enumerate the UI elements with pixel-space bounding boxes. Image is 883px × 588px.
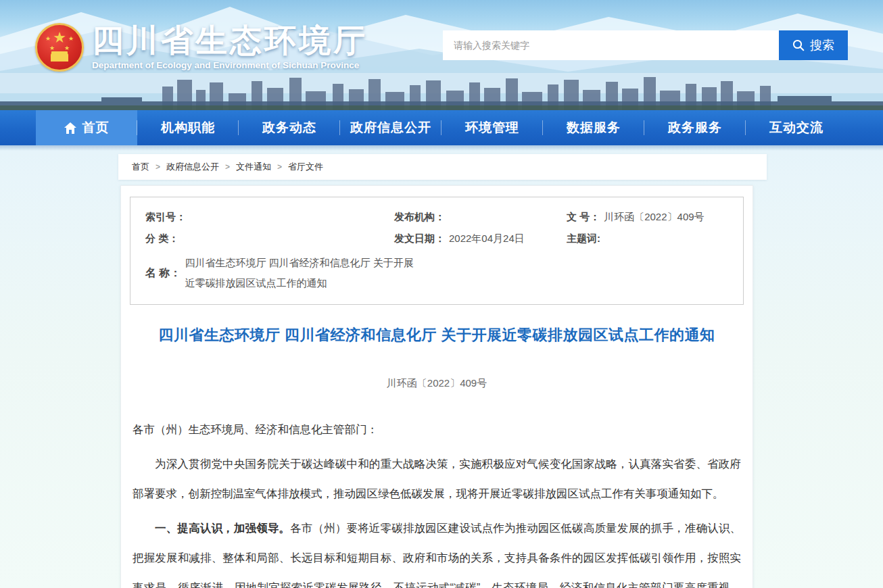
document-title: 四川省生态环境厅 四川省经济和信息化厅 关于开展近零碳排放园区试点工作的通知 xyxy=(130,325,744,346)
emblem-small-star-icon: ★ xyxy=(49,45,55,51)
document-body: 各市（州）生态环境局、经济和信息化主管部门： 为深入贯彻党中央国务院关于碳达峰碳… xyxy=(130,414,744,588)
meta-pub-date-value: 2022年04月24日 xyxy=(449,232,525,244)
breadcrumb-link-gov-info[interactable]: 政府信息公开 xyxy=(166,161,219,173)
nav-item-data-services[interactable]: 数据服务 xyxy=(543,110,644,145)
meta-doc-no: 文 号：川环函〔2022〕409号 xyxy=(567,207,743,227)
main-navigation: 首页 机构职能 政务动态 政府信息公开 环境管理 数据服务 政务服务 互动交流 xyxy=(0,110,883,145)
meta-category-label: 分 类： xyxy=(145,232,178,244)
document-panel: 索引号： 发布机构： 文 号：川环函〔2022〕409号 分 类： 发文日期：2… xyxy=(120,185,753,588)
nav-item-label: 数据服务 xyxy=(567,119,621,137)
meta-doc-no-value: 川环函〔2022〕409号 xyxy=(604,211,704,222)
meta-index: 索引号： xyxy=(145,207,394,227)
nav-item-org-functions[interactable]: 机构职能 xyxy=(137,110,239,145)
nav-item-gov-news[interactable]: 政务动态 xyxy=(239,110,340,145)
nav-item-env-management[interactable]: 环境管理 xyxy=(442,110,543,145)
body-paragraph-section1: 一、提高认识，加强领导。各市（州）要将近零碳排放园区建设试点作为推动园区低碳高质… xyxy=(133,513,741,588)
emblem-star-icon: ★ xyxy=(53,30,66,45)
emblem-small-star-icon: ★ xyxy=(45,36,51,42)
breadcrumb-link-dept-files[interactable]: 省厅文件 xyxy=(288,161,323,173)
meta-pub-date: 发文日期：2022年04月24日 xyxy=(394,228,567,249)
breadcrumb-bar: 首页 > 政府信息公开 > 文件通知 > 省厅文件 xyxy=(118,154,767,180)
document-meta-box: 索引号： 发布机构： 文 号：川环函〔2022〕409号 分 类： 发文日期：2… xyxy=(130,197,744,305)
emblem-small-star-icon: ★ xyxy=(68,36,74,42)
search-input[interactable] xyxy=(443,30,779,60)
meta-publisher-label: 发布机构： xyxy=(394,211,445,222)
search-icon xyxy=(792,39,805,51)
emblem-small-star-icon: ★ xyxy=(64,45,70,51)
nav-item-label: 互动交流 xyxy=(769,119,824,137)
meta-publisher: 发布机构： xyxy=(394,207,567,227)
search-bar: 搜索 xyxy=(443,30,848,60)
nav-item-home[interactable]: 首页 xyxy=(36,110,137,145)
breadcrumb-separator: > xyxy=(277,162,282,172)
meta-keywords: 主题词: xyxy=(567,228,743,249)
meta-name-label: 名 称： xyxy=(145,266,181,280)
body-paragraph-intro: 为深入贯彻党中央国务院关于碳达峰碳中和的重大战略决策，实施积极应对气候变化国家战… xyxy=(133,449,741,508)
meta-name: 名 称： 四川省生态环境厅 四川省经济和信息化厅 关于开展近零碳排放园区试点工作… xyxy=(145,253,743,293)
site-title-en: Department of Ecology and Environment of… xyxy=(92,60,368,70)
breadcrumb-link-notices[interactable]: 文件通知 xyxy=(236,161,271,173)
nav-item-interaction[interactable]: 互动交流 xyxy=(746,110,847,145)
nav-item-label: 政务动态 xyxy=(262,119,316,137)
nav-item-gov-services[interactable]: 政务服务 xyxy=(644,110,746,145)
meta-category: 分 类： xyxy=(145,228,394,249)
nav-item-label: 机构职能 xyxy=(161,119,215,137)
meta-pub-date-label: 发文日期： xyxy=(394,232,445,244)
nav-shadow xyxy=(0,145,883,151)
document-number: 川环函〔2022〕409号 xyxy=(130,377,744,390)
nav-item-label: 首页 xyxy=(82,119,110,137)
national-emblem-logo: ★ ★ ★ ★ ★ xyxy=(35,23,84,72)
nav-item-label: 政府信息公开 xyxy=(350,119,431,137)
meta-name-value: 四川省生态环境厅 四川省经济和信息化厅 关于开展近零碳排放园区试点工作的通知 xyxy=(185,253,423,293)
nav-item-label: 环境管理 xyxy=(465,119,519,137)
site-title-cn: 四川省生态环境厅 xyxy=(92,23,368,58)
emblem-gate-shape xyxy=(51,53,68,62)
section1-heading: 一、提高认识，加强领导。 xyxy=(155,522,290,534)
meta-index-label: 索引号： xyxy=(145,211,186,222)
site-banner: ★ ★ ★ ★ ★ 四川省生态环境厅 Department of Ecology… xyxy=(0,0,883,110)
breadcrumb-separator: > xyxy=(156,162,160,172)
breadcrumb: 首页 > 政府信息公开 > 文件通知 > 省厅文件 xyxy=(132,161,323,173)
meta-keywords-label: 主题词: xyxy=(567,232,600,244)
breadcrumb-link-home[interactable]: 首页 xyxy=(132,161,149,173)
body-salutation: 各市（州）生态环境局、经济和信息化主管部门： xyxy=(133,414,741,444)
site-brand: ★ ★ ★ ★ ★ 四川省生态环境厅 Department of Ecology… xyxy=(35,23,368,72)
breadcrumb-separator: > xyxy=(225,162,230,172)
brand-text: 四川省生态环境厅 Department of Ecology and Envir… xyxy=(92,23,368,70)
nav-item-label: 政务服务 xyxy=(668,119,722,137)
search-button-label: 搜索 xyxy=(810,37,834,53)
home-icon xyxy=(64,122,76,134)
nav-item-gov-info-disclosure[interactable]: 政府信息公开 xyxy=(340,110,442,145)
meta-doc-no-label: 文 号： xyxy=(567,211,600,222)
search-button[interactable]: 搜索 xyxy=(779,30,848,60)
